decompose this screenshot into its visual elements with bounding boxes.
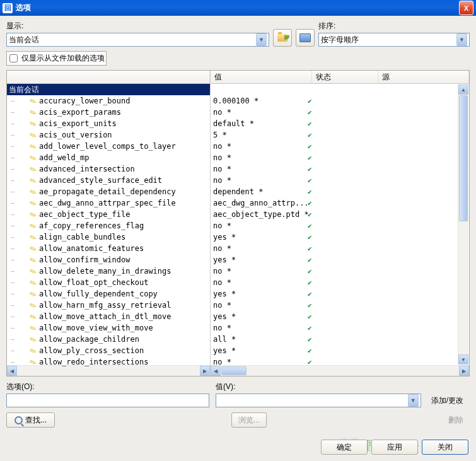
- app-icon: 回: [3, 3, 13, 13]
- value-row[interactable]: no *✔: [211, 107, 469, 118]
- value-row[interactable]: no *✔: [211, 356, 469, 368]
- col-value[interactable]: 值: [211, 71, 312, 83]
- tree-row[interactable]: ┈✎allow_float_opt_checkout: [7, 277, 210, 288]
- tree-row[interactable]: ┈✎allow_package_children: [7, 334, 210, 345]
- scroll-thumb-h[interactable]: [221, 366, 247, 375]
- option-name: advanced_intersection: [39, 165, 135, 173]
- col-name[interactable]: [7, 71, 210, 83]
- option-name: af_copy_references_flag: [39, 221, 144, 230]
- browse-button[interactable]: 浏览...: [231, 412, 267, 428]
- value-row[interactable]: yes *✔: [211, 345, 469, 356]
- scroll-down-icon[interactable]: ▼: [458, 354, 468, 365]
- add-change-button[interactable]: 添加/更改: [425, 394, 470, 407]
- value-row[interactable]: no *✔: [211, 277, 469, 288]
- check-icon: ✔: [308, 97, 312, 105]
- value-row[interactable]: no *✔: [211, 152, 469, 163]
- status-cell: ✔: [308, 301, 364, 310]
- status-cell: ✔: [308, 358, 364, 366]
- show-select[interactable]: 当前会话 ▼: [6, 33, 269, 47]
- tree-row[interactable]: ┈✎allow_delete_many_in_drawings: [7, 266, 210, 277]
- value-row[interactable]: all *✔: [211, 334, 469, 345]
- v-scrollbar[interactable]: ▲ ▼: [458, 85, 468, 365]
- option-input[interactable]: [6, 394, 209, 407]
- apply-button[interactable]: 应用: [371, 440, 418, 455]
- value-row[interactable]: no *✔: [211, 175, 469, 186]
- open-file-button[interactable]: [273, 29, 292, 47]
- option-icon: ✎: [28, 141, 38, 152]
- value-row[interactable]: 5 *✔: [211, 129, 469, 141]
- tree-row[interactable]: ┈✎aec_dwg_anno_attrpar_spec_file: [7, 197, 210, 209]
- tree-row[interactable]: ┈✎align_cable_bundles: [7, 231, 210, 243]
- save-button[interactable]: [296, 29, 315, 47]
- close-dialog-button[interactable]: 关闭: [422, 440, 468, 455]
- value-row[interactable]: yes *✔: [211, 254, 469, 266]
- find-button[interactable]: 查找...: [6, 412, 55, 428]
- col-source[interactable]: 源: [378, 71, 469, 83]
- tree-row[interactable]: ┈✎allow_anatomic_features: [7, 243, 210, 254]
- value-row[interactable]: no *✔: [211, 141, 469, 152]
- only-file-checkbox-row[interactable]: 仅显示从文件加载的选项: [6, 51, 107, 66]
- value-row[interactable]: 0.000100 *✔: [211, 95, 469, 107]
- check-icon: ✔: [308, 131, 312, 139]
- value-row[interactable]: no *✔: [211, 220, 469, 231]
- tree-row[interactable]: ┈✎accuracy_lower_bound: [7, 95, 210, 107]
- tree-row[interactable]: ┈✎acis_out_version: [7, 129, 210, 141]
- tree-row[interactable]: ┈✎allow_ply_cross_section: [7, 345, 210, 356]
- tree-row[interactable]: ┈✎advanced_style_surface_edit: [7, 175, 210, 186]
- option-icon: ✎: [28, 95, 38, 107]
- value-row[interactable]: no *✔: [211, 300, 469, 311]
- tree-row[interactable]: ┈✎allow_redo_intersections: [7, 356, 210, 368]
- sort-select[interactable]: 按字母顺序 ▼: [318, 33, 470, 47]
- option-icon: ✎: [28, 277, 38, 288]
- value-cell: no *: [211, 278, 308, 287]
- option-icon: ✎: [28, 266, 38, 277]
- tree-row[interactable]: ┈✎allow_confirm_window: [7, 254, 210, 266]
- option-name: aec_object_type_file: [39, 210, 131, 219]
- scroll-up-icon[interactable]: ▲: [458, 85, 468, 95]
- only-file-checkbox[interactable]: [9, 54, 18, 62]
- check-icon: ✔: [308, 143, 312, 151]
- value-row[interactable]: default *✔: [211, 118, 469, 129]
- tree-row[interactable]: ┈✎allow_move_attach_in_dtl_move: [7, 311, 210, 322]
- tree-row[interactable]: ┈✎advanced_intersection: [7, 163, 210, 175]
- tree-row[interactable]: ┈✎add_lower_level_comps_to_layer: [7, 141, 210, 152]
- value-row[interactable]: yes *✔: [211, 231, 469, 243]
- tree-row[interactable]: ┈✎acis_export_units: [7, 118, 210, 129]
- value-row[interactable]: no *✔: [211, 243, 469, 254]
- value-row[interactable]: dependent *✔: [211, 186, 469, 197]
- value-cell: yes *: [211, 233, 308, 242]
- option-icon: ✎: [28, 197, 38, 209]
- find-label: 查找...: [25, 415, 47, 426]
- value-row[interactable]: aec_dwg_anno_attrp...✔: [211, 197, 469, 209]
- option-name: advanced_style_surface_edit: [39, 176, 162, 185]
- tree-row[interactable]: ┈✎aec_object_type_file: [7, 209, 210, 220]
- option-name: add_weld_mp: [39, 153, 89, 162]
- scroll-thumb[interactable]: [459, 95, 468, 221]
- value-cell: no *: [211, 153, 308, 162]
- tree-row[interactable]: ┈✎ae_propagate_detail_dependency: [7, 186, 210, 197]
- check-icon: ✔: [308, 267, 312, 276]
- tree-row[interactable]: ┈✎add_weld_mp: [7, 152, 210, 163]
- value-select[interactable]: ▼: [216, 394, 421, 407]
- value-row[interactable]: no *✔: [211, 163, 469, 175]
- status-cell: ✔: [308, 143, 364, 151]
- value-row[interactable]: no *✔: [211, 322, 469, 334]
- value-cell: no *: [211, 142, 308, 151]
- value-row[interactable]: yes *✔: [211, 311, 469, 322]
- close-button[interactable]: X: [459, 1, 473, 15]
- tree-row[interactable]: ┈✎af_copy_references_flag: [7, 220, 210, 231]
- tree-row[interactable]: ┈✎allow_fully_dependent_copy: [7, 288, 210, 300]
- ok-button[interactable]: 确定: [321, 440, 368, 455]
- delete-button[interactable]: 删除: [442, 413, 470, 427]
- value-row[interactable]: aec_object_type.ptd *✔: [211, 209, 469, 220]
- value-row[interactable]: yes *✔: [211, 288, 469, 300]
- value-cell: no *: [211, 108, 308, 117]
- tree-row[interactable]: ┈✎allow_harn_mfg_assy_retrieval: [7, 300, 210, 311]
- option-name: allow_fully_dependent_copy: [39, 289, 158, 298]
- tree-row[interactable]: ┈✎allow_move_view_with_move: [7, 322, 210, 334]
- value-cell: no *: [211, 301, 308, 310]
- col-status[interactable]: 状态: [312, 71, 378, 83]
- category-header[interactable]: 当前会话: [7, 84, 210, 95]
- value-row[interactable]: no *✔: [211, 266, 469, 277]
- tree-row[interactable]: ┈✎acis_export_params: [7, 107, 210, 118]
